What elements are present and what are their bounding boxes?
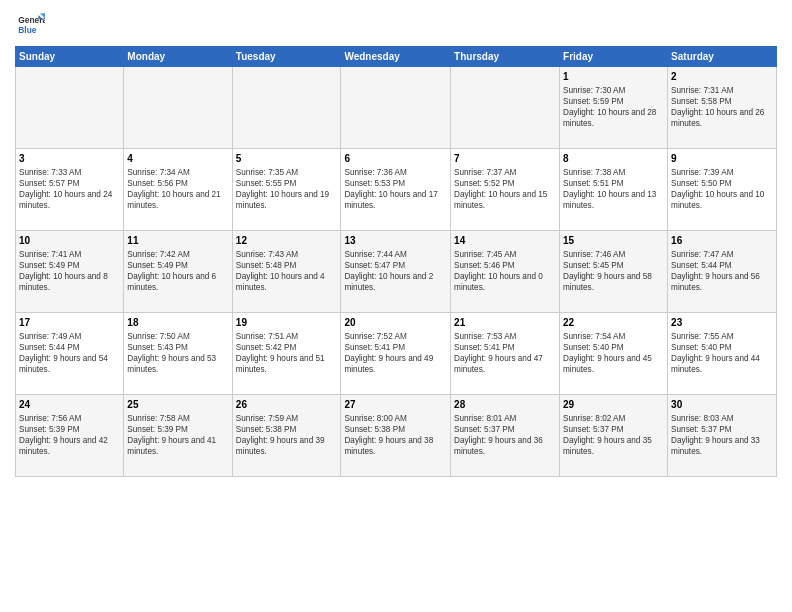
day-number: 25 — [127, 398, 228, 412]
calendar-cell — [341, 67, 451, 149]
weekday-header-saturday: Saturday — [668, 47, 777, 67]
day-number: 26 — [236, 398, 338, 412]
calendar-cell: 3Sunrise: 7:33 AM Sunset: 5:57 PM Daylig… — [16, 149, 124, 231]
day-info: Sunrise: 7:47 AM Sunset: 5:44 PM Dayligh… — [671, 249, 773, 293]
calendar-cell — [124, 67, 232, 149]
calendar-cell: 11Sunrise: 7:42 AM Sunset: 5:49 PM Dayli… — [124, 231, 232, 313]
calendar-cell: 2Sunrise: 7:31 AM Sunset: 5:58 PM Daylig… — [668, 67, 777, 149]
day-info: Sunrise: 7:38 AM Sunset: 5:51 PM Dayligh… — [563, 167, 664, 211]
calendar-cell: 20Sunrise: 7:52 AM Sunset: 5:41 PM Dayli… — [341, 313, 451, 395]
day-info: Sunrise: 7:51 AM Sunset: 5:42 PM Dayligh… — [236, 331, 338, 375]
day-info: Sunrise: 8:01 AM Sunset: 5:37 PM Dayligh… — [454, 413, 556, 457]
day-number: 14 — [454, 234, 556, 248]
day-number: 11 — [127, 234, 228, 248]
day-number: 1 — [563, 70, 664, 84]
calendar-cell: 15Sunrise: 7:46 AM Sunset: 5:45 PM Dayli… — [560, 231, 668, 313]
day-number: 19 — [236, 316, 338, 330]
day-number: 6 — [344, 152, 447, 166]
day-info: Sunrise: 7:37 AM Sunset: 5:52 PM Dayligh… — [454, 167, 556, 211]
calendar-cell: 7Sunrise: 7:37 AM Sunset: 5:52 PM Daylig… — [451, 149, 560, 231]
calendar-cell: 9Sunrise: 7:39 AM Sunset: 5:50 PM Daylig… — [668, 149, 777, 231]
day-info: Sunrise: 7:39 AM Sunset: 5:50 PM Dayligh… — [671, 167, 773, 211]
day-info: Sunrise: 7:42 AM Sunset: 5:49 PM Dayligh… — [127, 249, 228, 293]
day-info: Sunrise: 7:30 AM Sunset: 5:59 PM Dayligh… — [563, 85, 664, 129]
day-info: Sunrise: 7:35 AM Sunset: 5:55 PM Dayligh… — [236, 167, 338, 211]
day-info: Sunrise: 8:00 AM Sunset: 5:38 PM Dayligh… — [344, 413, 447, 457]
calendar-table: SundayMondayTuesdayWednesdayThursdayFrid… — [15, 46, 777, 477]
day-info: Sunrise: 7:56 AM Sunset: 5:39 PM Dayligh… — [19, 413, 120, 457]
calendar-cell — [16, 67, 124, 149]
weekday-row: SundayMondayTuesdayWednesdayThursdayFrid… — [16, 47, 777, 67]
calendar-cell: 16Sunrise: 7:47 AM Sunset: 5:44 PM Dayli… — [668, 231, 777, 313]
day-number: 24 — [19, 398, 120, 412]
day-number: 5 — [236, 152, 338, 166]
day-number: 22 — [563, 316, 664, 330]
calendar-cell: 13Sunrise: 7:44 AM Sunset: 5:47 PM Dayli… — [341, 231, 451, 313]
weekday-header-wednesday: Wednesday — [341, 47, 451, 67]
day-info: Sunrise: 7:41 AM Sunset: 5:49 PM Dayligh… — [19, 249, 120, 293]
day-number: 8 — [563, 152, 664, 166]
logo: General Blue — [15, 10, 49, 40]
day-info: Sunrise: 7:45 AM Sunset: 5:46 PM Dayligh… — [454, 249, 556, 293]
day-info: Sunrise: 7:59 AM Sunset: 5:38 PM Dayligh… — [236, 413, 338, 457]
calendar-cell: 22Sunrise: 7:54 AM Sunset: 5:40 PM Dayli… — [560, 313, 668, 395]
weekday-header-sunday: Sunday — [16, 47, 124, 67]
day-info: Sunrise: 8:02 AM Sunset: 5:37 PM Dayligh… — [563, 413, 664, 457]
weekday-header-friday: Friday — [560, 47, 668, 67]
day-info: Sunrise: 7:31 AM Sunset: 5:58 PM Dayligh… — [671, 85, 773, 129]
calendar-cell: 14Sunrise: 7:45 AM Sunset: 5:46 PM Dayli… — [451, 231, 560, 313]
calendar-cell — [232, 67, 341, 149]
day-number: 20 — [344, 316, 447, 330]
weekday-header-tuesday: Tuesday — [232, 47, 341, 67]
day-number: 7 — [454, 152, 556, 166]
calendar-cell: 8Sunrise: 7:38 AM Sunset: 5:51 PM Daylig… — [560, 149, 668, 231]
day-number: 9 — [671, 152, 773, 166]
day-number: 12 — [236, 234, 338, 248]
day-number: 18 — [127, 316, 228, 330]
calendar-cell: 29Sunrise: 8:02 AM Sunset: 5:37 PM Dayli… — [560, 395, 668, 477]
day-info: Sunrise: 7:49 AM Sunset: 5:44 PM Dayligh… — [19, 331, 120, 375]
day-number: 30 — [671, 398, 773, 412]
calendar-cell: 1Sunrise: 7:30 AM Sunset: 5:59 PM Daylig… — [560, 67, 668, 149]
day-number: 15 — [563, 234, 664, 248]
day-number: 17 — [19, 316, 120, 330]
calendar-cell: 12Sunrise: 7:43 AM Sunset: 5:48 PM Dayli… — [232, 231, 341, 313]
day-info: Sunrise: 7:44 AM Sunset: 5:47 PM Dayligh… — [344, 249, 447, 293]
logo-icon: General Blue — [15, 10, 45, 40]
calendar-cell: 26Sunrise: 7:59 AM Sunset: 5:38 PM Dayli… — [232, 395, 341, 477]
calendar-week-1: 1Sunrise: 7:30 AM Sunset: 5:59 PM Daylig… — [16, 67, 777, 149]
calendar-cell: 5Sunrise: 7:35 AM Sunset: 5:55 PM Daylig… — [232, 149, 341, 231]
calendar-cell: 10Sunrise: 7:41 AM Sunset: 5:49 PM Dayli… — [16, 231, 124, 313]
calendar-cell: 17Sunrise: 7:49 AM Sunset: 5:44 PM Dayli… — [16, 313, 124, 395]
day-number: 4 — [127, 152, 228, 166]
calendar-week-4: 17Sunrise: 7:49 AM Sunset: 5:44 PM Dayli… — [16, 313, 777, 395]
day-info: Sunrise: 7:52 AM Sunset: 5:41 PM Dayligh… — [344, 331, 447, 375]
calendar-cell: 6Sunrise: 7:36 AM Sunset: 5:53 PM Daylig… — [341, 149, 451, 231]
calendar-cell: 18Sunrise: 7:50 AM Sunset: 5:43 PM Dayli… — [124, 313, 232, 395]
day-info: Sunrise: 7:50 AM Sunset: 5:43 PM Dayligh… — [127, 331, 228, 375]
day-number: 23 — [671, 316, 773, 330]
day-info: Sunrise: 7:34 AM Sunset: 5:56 PM Dayligh… — [127, 167, 228, 211]
weekday-header-monday: Monday — [124, 47, 232, 67]
day-info: Sunrise: 7:58 AM Sunset: 5:39 PM Dayligh… — [127, 413, 228, 457]
calendar-cell: 23Sunrise: 7:55 AM Sunset: 5:40 PM Dayli… — [668, 313, 777, 395]
calendar-cell: 30Sunrise: 8:03 AM Sunset: 5:37 PM Dayli… — [668, 395, 777, 477]
calendar-cell: 19Sunrise: 7:51 AM Sunset: 5:42 PM Dayli… — [232, 313, 341, 395]
day-number: 27 — [344, 398, 447, 412]
day-info: Sunrise: 8:03 AM Sunset: 5:37 PM Dayligh… — [671, 413, 773, 457]
day-info: Sunrise: 7:53 AM Sunset: 5:41 PM Dayligh… — [454, 331, 556, 375]
calendar-cell: 25Sunrise: 7:58 AM Sunset: 5:39 PM Dayli… — [124, 395, 232, 477]
day-info: Sunrise: 7:36 AM Sunset: 5:53 PM Dayligh… — [344, 167, 447, 211]
calendar-body: 1Sunrise: 7:30 AM Sunset: 5:59 PM Daylig… — [16, 67, 777, 477]
calendar-header: SundayMondayTuesdayWednesdayThursdayFrid… — [16, 47, 777, 67]
page-header: General Blue — [15, 10, 777, 40]
day-info: Sunrise: 7:55 AM Sunset: 5:40 PM Dayligh… — [671, 331, 773, 375]
day-number: 21 — [454, 316, 556, 330]
calendar-cell — [451, 67, 560, 149]
day-info: Sunrise: 7:33 AM Sunset: 5:57 PM Dayligh… — [19, 167, 120, 211]
calendar-cell: 21Sunrise: 7:53 AM Sunset: 5:41 PM Dayli… — [451, 313, 560, 395]
day-info: Sunrise: 7:46 AM Sunset: 5:45 PM Dayligh… — [563, 249, 664, 293]
svg-text:Blue: Blue — [18, 25, 36, 35]
day-number: 28 — [454, 398, 556, 412]
day-info: Sunrise: 7:43 AM Sunset: 5:48 PM Dayligh… — [236, 249, 338, 293]
